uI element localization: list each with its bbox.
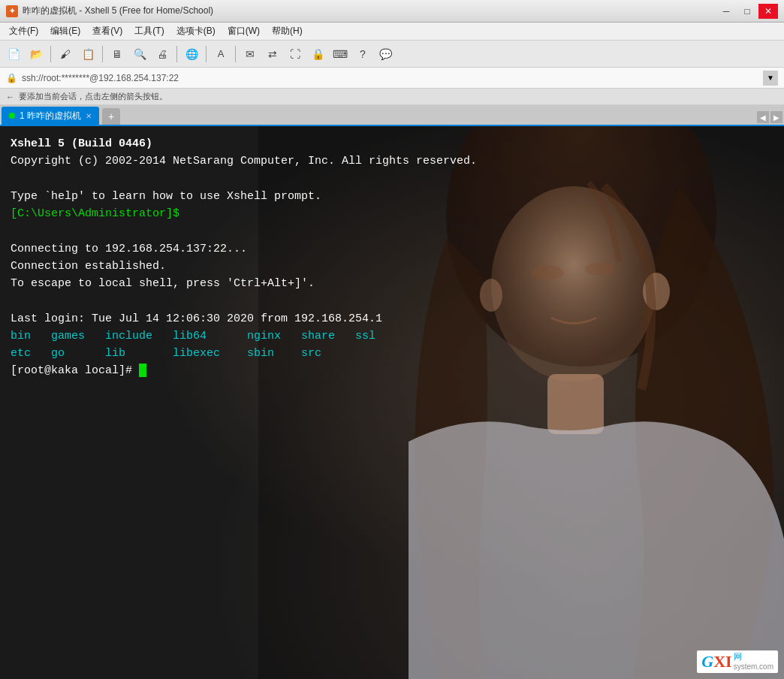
address-text: ssh://root:********@192.168.254.137:22 [22, 73, 758, 83]
cursor [139, 364, 146, 377]
terminal-line-6 [11, 222, 773, 240]
terminal-line-12: bin games include lib64 nginx share ssl [11, 327, 773, 345]
terminal-line-9: To escape to local shell, press 'Ctrl+Al… [11, 275, 773, 292]
toolbar-separator-3 [176, 46, 177, 62]
toolbar-separator-2 [102, 46, 103, 62]
toolbar-separator-5 [235, 46, 236, 62]
toolbar-separator-4 [206, 46, 207, 62]
terminal-line-4: Type `help' to learn how to use Xshell p… [11, 188, 773, 205]
menu-window[interactable]: 窗口(W) [222, 23, 266, 39]
menu-tabs[interactable]: 选项卡(B) [170, 23, 222, 39]
watermark-g: G [701, 652, 713, 671]
watermark-net-bot: system.com [734, 662, 773, 671]
titlebar: ✦ 昨咋的虚拟机 - Xshell 5 (Free for Home/Schoo… [0, 0, 784, 23]
keyboard-button[interactable]: ⌨ [330, 44, 351, 64]
fullscreen-button[interactable]: ⛶ [285, 44, 306, 64]
main-container: ✦ 昨咋的虚拟机 - Xshell 5 (Free for Home/Schoo… [0, 0, 784, 679]
print-button[interactable]: 🖨 [152, 44, 173, 64]
maximize-button[interactable]: □ [737, 4, 757, 19]
watermark-net: 网 system.com [734, 652, 773, 671]
terminal-line-11: Last login: Tue Jul 14 12:06:30 2020 fro… [11, 310, 773, 327]
watermark-xi: XI [713, 652, 731, 671]
watermark: G XI 网 system.com [697, 650, 778, 673]
tab-close-icon[interactable]: ✕ [86, 112, 92, 120]
menubar: 文件(F) 编辑(E) 查看(V) 工具(T) 选项卡(B) 窗口(W) 帮助(… [0, 23, 784, 41]
lock-button[interactable]: 🔒 [307, 44, 328, 64]
minimize-button[interactable]: ─ [716, 4, 736, 19]
open-button[interactable]: 📂 [26, 44, 47, 64]
titlebar-controls: ─ □ ✕ [716, 4, 778, 19]
window-title: 昨咋的虚拟机 - Xshell 5 (Free for Home/School) [23, 5, 213, 17]
terminal-line-8: Connection established. [11, 258, 773, 275]
copy-button[interactable]: 📋 [77, 44, 98, 64]
font-button[interactable]: A [210, 44, 231, 64]
terminal-line-2: Copyright (c) 2002-2014 NetSarang Comput… [11, 152, 773, 170]
compose-button[interactable]: ✉ [240, 44, 261, 64]
menu-view[interactable]: 查看(V) [86, 23, 128, 39]
terminal-line-7: Connecting to 192.168.254.137:22... [11, 240, 773, 258]
lock-icon: 🔒 [6, 73, 17, 83]
connect-button[interactable]: 🖥 [107, 44, 128, 64]
terminal-line-13: etc go lib libexec sbin src [11, 345, 773, 362]
arrow-icon: ← [6, 92, 14, 101]
new-session-button[interactable]: 📄 [3, 44, 24, 64]
tab-session-1[interactable]: 1 昨咋的虚拟机 ✕ [2, 107, 99, 125]
terminal-wrapper: Xshell 5 (Build 0446) Copyright (c) 2002… [0, 126, 784, 679]
terminal-line-14: [root@kaka local]# [11, 362, 773, 379]
globe-button[interactable]: 🌐 [181, 44, 202, 64]
app-icon: ✦ [6, 5, 18, 17]
menu-help[interactable]: 帮助(H) [266, 23, 309, 39]
tab-status-dot [9, 113, 15, 119]
terminal-line-10 [11, 292, 773, 309]
menu-tools[interactable]: 工具(T) [128, 23, 170, 39]
address-dropdown[interactable]: ▼ [763, 71, 778, 86]
terminal[interactable]: Xshell 5 (Build 0446) Copyright (c) 2002… [0, 126, 784, 679]
add-tab-button[interactable]: + [102, 108, 120, 125]
help-button[interactable]: ? [352, 44, 373, 64]
menu-file[interactable]: 文件(F) [3, 23, 44, 39]
chat-button[interactable]: 💬 [375, 44, 396, 64]
menu-edit[interactable]: 编辑(E) [44, 23, 86, 39]
terminal-line-1: Xshell 5 (Build 0446) [11, 135, 773, 152]
tab-next-button[interactable]: ▶ [770, 111, 782, 123]
close-button[interactable]: ✕ [758, 4, 778, 19]
tab-prev-button[interactable]: ◀ [757, 111, 769, 123]
brush-button[interactable]: 🖌 [55, 44, 76, 64]
tab-label: 1 昨咋的虚拟机 [20, 110, 81, 122]
sftp-button[interactable]: ⇄ [262, 44, 283, 64]
tab-nav: ◀ ▶ [757, 111, 782, 125]
find-button[interactable]: 🔍 [129, 44, 150, 64]
terminal-line-3 [11, 171, 773, 188]
tabbar: 1 昨咋的虚拟机 ✕ + ◀ ▶ [0, 105, 784, 126]
titlebar-left: ✦ 昨咋的虚拟机 - Xshell 5 (Free for Home/Schoo… [6, 5, 213, 17]
watermark-net-top: 网 [734, 652, 773, 662]
toolbar: 📄 📂 🖌 📋 🖥 🔍 🖨 🌐 A ✉ ⇄ ⛶ 🔒 ⌨ ? 💬 [0, 41, 784, 68]
toolbar-separator-1 [50, 46, 51, 62]
terminal-line-5: [C:\Users\Administrator]$ [11, 205, 773, 222]
session-hint: 要添加当前会话，点击左侧的箭头按钮。 [19, 91, 167, 102]
addressbar: 🔒 ssh://root:********@192.168.254.137:22… [0, 68, 784, 89]
sessionbar: ← 要添加当前会话，点击左侧的箭头按钮。 [0, 89, 784, 105]
